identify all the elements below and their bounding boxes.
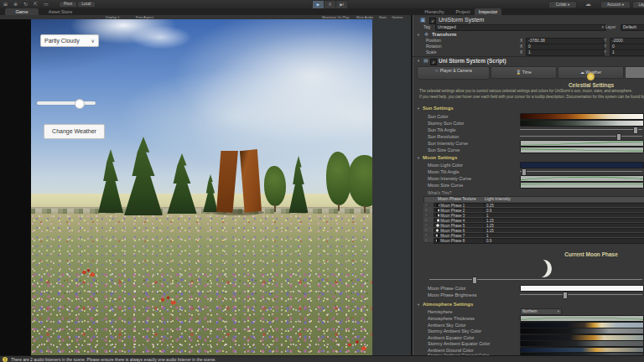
- stormy-ambient-equator-color-label: Stormy Ambient Equator Color: [428, 341, 490, 346]
- layer-value: Default: [623, 24, 636, 29]
- poppy-cluster: [155, 296, 180, 306]
- stormy-ambient-equator-color-gradient-field[interactable]: [520, 340, 644, 347]
- phase-name: Moon Phase 8: [440, 239, 465, 243]
- script-enabled-checkbox[interactable]: ✓: [430, 59, 437, 65]
- slider-track[interactable]: [520, 129, 642, 130]
- hemisphere-value: Northern: [522, 309, 538, 313]
- layers-label: Layers: [638, 3, 644, 7]
- time-tab-button[interactable]: ⌛ Time: [491, 66, 557, 79]
- moon-intensity-curve-field[interactable]: [520, 175, 644, 182]
- rect-tool-icon[interactable]: ▭: [44, 0, 49, 8]
- celestial-tab-button-selected[interactable]: [625, 66, 644, 79]
- x-axis-label: X: [520, 39, 522, 44]
- light-intensity-field[interactable]: 0.9: [484, 238, 644, 244]
- foldout-arrow-icon[interactable]: ▼: [417, 106, 420, 111]
- x-axis-label: X: [520, 44, 522, 49]
- scale-y-field[interactable]: 1: [610, 49, 644, 56]
- status-bar[interactable]: ! There are 2 audio listeners in the sce…: [0, 355, 644, 362]
- scale-tool-icon[interactable]: ⇱: [34, 0, 38, 8]
- layer-dropdown[interactable]: Default: [621, 24, 644, 31]
- weather-slider-track[interactable]: [37, 101, 96, 105]
- stormy-sun-color-gradient-field[interactable]: [520, 120, 644, 127]
- moon-light-color-field[interactable]: [520, 162, 644, 168]
- moon-light-color-label: Moon Light Color: [428, 163, 463, 168]
- layers-button[interactable]: Layers ▾: [632, 1, 644, 8]
- moon-tilt-angle-label: Moon Tilt Angle: [428, 169, 460, 174]
- help-text-line1: The celestial settings allow you to cont…: [419, 89, 644, 93]
- collab-button[interactable]: Collab ▾: [548, 1, 577, 8]
- account-label: Account: [607, 3, 621, 7]
- weather-slider[interactable]: [37, 100, 96, 106]
- moon-intensity-curve-label: Moon Intensity Curve: [428, 176, 471, 181]
- moon-size-curve-field[interactable]: [520, 182, 644, 189]
- flower-field-foreground: [31, 271, 372, 355]
- transform-title: Transform: [432, 32, 456, 38]
- player-camera-tab-button[interactable]: ☺ Player & Camera: [417, 66, 490, 80]
- sun-tilt-angle-slider[interactable]: [520, 127, 642, 132]
- moon-phase-index-slider[interactable]: [429, 277, 642, 282]
- whats-this-link[interactable]: What's This?: [428, 191, 452, 196]
- moon-settings-title: Moon Settings: [423, 155, 457, 161]
- moon-phase-brightness-label: Moon Phase Brightness: [428, 292, 476, 297]
- scale-x-field[interactable]: 1: [526, 49, 605, 56]
- ambient-sky-color-label: Ambient Sky Color: [428, 323, 466, 328]
- active-checkbox[interactable]: ✓: [429, 18, 436, 24]
- sun-size-curve-field[interactable]: [520, 147, 644, 153]
- position-label: Position: [426, 39, 441, 44]
- drag-handle-icon[interactable]: ≡: [425, 238, 427, 242]
- moon-phase-brightness-slider[interactable]: [520, 292, 642, 297]
- move-tool-icon[interactable]: ⊕: [13, 0, 18, 8]
- slider-track[interactable]: [429, 279, 642, 280]
- stormy-ambient-sky-color-gradient-field[interactable]: [520, 328, 644, 334]
- cloud-services-icon[interactable]: ☁: [585, 0, 591, 8]
- inspector-tab[interactable]: Inspector: [475, 8, 501, 15]
- rotate-tool-icon[interactable]: ↻: [23, 0, 28, 8]
- asset-store-tab[interactable]: Asset Store: [42, 8, 79, 15]
- slider-track[interactable]: [520, 171, 642, 172]
- slider-knob[interactable]: [563, 292, 568, 299]
- gameobject-name[interactable]: UniStorm System: [439, 17, 484, 23]
- slider-track[interactable]: [520, 136, 642, 137]
- foldout-arrow-icon[interactable]: ▼: [417, 59, 420, 63]
- sun-intensity-curve-field[interactable]: [520, 140, 644, 147]
- change-weather-button[interactable]: Change Weather: [44, 124, 105, 139]
- hierarchy-tab[interactable]: Hierarchy: [418, 8, 450, 15]
- account-button[interactable]: Account ▾: [600, 1, 631, 8]
- foldout-arrow-icon[interactable]: ▼: [417, 156, 420, 160]
- pivot-toggle[interactable]: Pivot: [59, 1, 77, 8]
- time-tab-label: Time: [522, 70, 532, 75]
- rusted-monolith-sculpture: [216, 149, 262, 213]
- atmosphere-settings-title: Atmosphere Settings: [423, 302, 473, 308]
- weather-dropdown[interactable]: Partly Cloudy ∨: [40, 34, 99, 47]
- sky: [31, 19, 372, 220]
- slider-knob[interactable]: [472, 277, 477, 284]
- hemisphere-dropdown[interactable]: Northern▾: [520, 308, 562, 315]
- local-toggle[interactable]: Local: [77, 1, 96, 8]
- moon-size-curve-label: Moon Size Curve: [428, 183, 463, 188]
- weather-dropdown-value: Partly Cloudy: [44, 38, 80, 44]
- poppy-cluster: [340, 339, 372, 353]
- project-tab[interactable]: Project: [452, 8, 474, 15]
- foldout-arrow-icon[interactable]: ▼: [417, 33, 420, 37]
- current-moon-phase-title: Current Moon Phase: [537, 251, 644, 257]
- game-tab[interactable]: Game: [5, 8, 39, 15]
- hand-tool-icon[interactable]: ⊞: [3, 0, 8, 8]
- monolith-right-slab: [237, 149, 262, 213]
- component-separator: [413, 56, 644, 57]
- y-axis-label: Y: [604, 44, 606, 49]
- x-axis-label: X: [520, 50, 522, 55]
- atmosphere-thickness-curve-field[interactable]: [520, 315, 644, 322]
- transform-icon: ✥: [424, 32, 428, 38]
- sun-intensity-curve-label: Sun Intensity Curve: [428, 141, 468, 146]
- sun-color-gradient-field[interactable]: [520, 113, 644, 120]
- moon-phase-color-field[interactable]: [520, 285, 644, 292]
- moon-tilt-angle-slider[interactable]: [520, 168, 642, 174]
- slider-track[interactable]: [520, 294, 642, 295]
- sun-revolution-label: Sun Revolution: [428, 134, 459, 139]
- game-viewport: Partly Cloudy ∨ Change Weather: [31, 19, 372, 355]
- sun-revolution-slider[interactable]: [520, 133, 642, 139]
- moon-phase-row: ≡ Moon Phase 8 0.9: [423, 237, 644, 243]
- phase-texture-object-field[interactable]: Moon Phase 8: [434, 238, 486, 244]
- foldout-arrow-icon[interactable]: ▼: [417, 303, 420, 307]
- tag-dropdown[interactable]: Untagged▾: [435, 24, 606, 31]
